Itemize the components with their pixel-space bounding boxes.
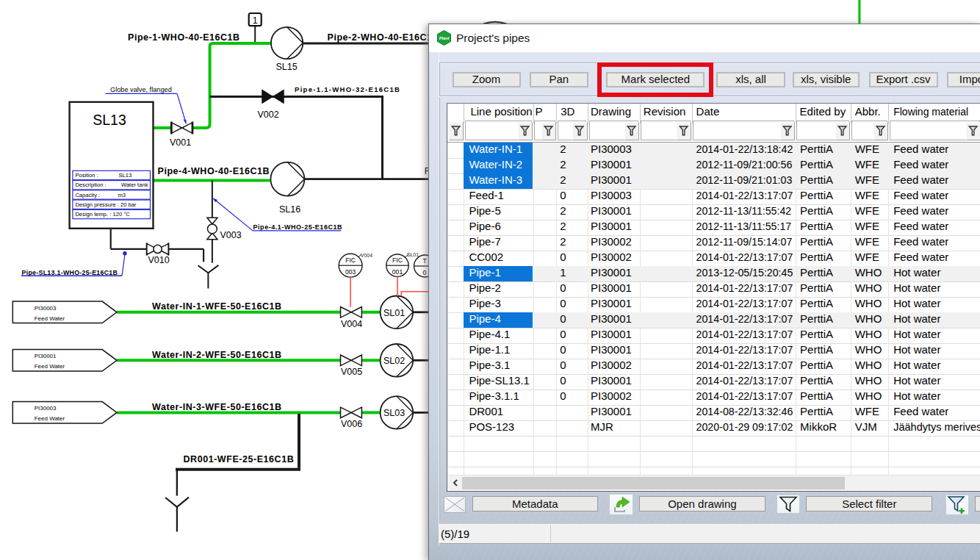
- svg-text:001: 001: [392, 268, 403, 276]
- svg-text:PI30003: PI30003: [35, 305, 57, 312]
- svg-text:V004: V004: [341, 319, 362, 329]
- svg-text:SL16: SL16: [279, 204, 300, 215]
- svg-text:0: 0: [423, 269, 427, 276]
- svg-text:Pipe-4-WHO-40-E16C1B: Pipe-4-WHO-40-E16C1B: [158, 166, 270, 176]
- svg-text:SL01: SL01: [383, 308, 405, 318]
- svg-text:Water-IN-3-WFE-50-E16C1B: Water-IN-3-WFE-50-E16C1B: [152, 402, 282, 412]
- svg-text:Capacity :: Capacity :: [75, 192, 100, 198]
- svg-text:Pipe-2-WHO-40-E16C1B: Pipe-2-WHO-40-E16C1B: [328, 32, 440, 43]
- svg-text:Description :: Description :: [75, 182, 106, 188]
- svg-text:SL13: SL13: [119, 172, 132, 179]
- svg-text:Water tank: Water tank: [121, 182, 148, 188]
- svg-text:Water-IN-1-WFE-50-E16C1B: Water-IN-1-WFE-50-E16C1B: [152, 301, 282, 312]
- svg-text:Feed Water: Feed Water: [35, 415, 65, 422]
- svg-text:V004: V004: [361, 253, 372, 258]
- svg-text:SL03: SL03: [383, 408, 405, 418]
- svg-text:V002: V002: [258, 110, 279, 120]
- svg-text:Plant: Plant: [439, 36, 450, 40]
- svg-text:V003: V003: [220, 230, 242, 240]
- svg-text:DR001-WFE-25-E16C1B: DR001-WFE-25-E16C1B: [184, 454, 295, 464]
- svg-text:Feed Water: Feed Water: [35, 315, 65, 322]
- svg-text:Water-IN-2-WFE-50-E16C1B: Water-IN-2-WFE-50-E16C1B: [152, 350, 282, 360]
- svg-text:1: 1: [253, 15, 258, 26]
- svg-text:Globe valve, flanged: Globe valve, flanged: [110, 86, 172, 93]
- svg-text:Feed Water: Feed Water: [35, 363, 65, 370]
- svg-text:T: T: [422, 257, 427, 265]
- svg-text:V006: V006: [341, 419, 362, 429]
- svg-text:FIC: FIC: [345, 256, 356, 264]
- svg-text:FIC: FIC: [392, 256, 403, 264]
- svg-text:SL15: SL15: [276, 62, 298, 72]
- svg-text:V005: V005: [341, 367, 362, 377]
- svg-text:Pipe-1-WHO-40-E16C1B: Pipe-1-WHO-40-E16C1B: [128, 32, 240, 43]
- svg-text:V010: V010: [148, 255, 170, 265]
- svg-text:Design pressure : 20 bar: Design pressure : 20 bar: [75, 201, 137, 208]
- svg-text:Design temp. : 120 °C: Design temp. : 120 °C: [75, 211, 130, 218]
- svg-text:003: 003: [345, 268, 356, 276]
- svg-text:Pipe-1.1-WHO-32-E16C1B: Pipe-1.1-WHO-32-E16C1B: [295, 85, 400, 93]
- svg-text:m3: m3: [118, 192, 126, 198]
- svg-text:V001: V001: [170, 137, 191, 148]
- svg-text:SL13: SL13: [93, 112, 126, 128]
- svg-text:Pipe-SL13.1-WHO-25-E16C1B: Pipe-SL13.1-WHO-25-E16C1B: [22, 269, 118, 276]
- svg-text:SL02: SL02: [383, 356, 405, 366]
- svg-text:SL01: SL01: [407, 252, 419, 257]
- svg-text:Position :: Position :: [75, 172, 98, 179]
- svg-text:Pipe-4.1-WHO-25-E16C1B: Pipe-4.1-WHO-25-E16C1B: [253, 223, 343, 231]
- svg-text:PI30003: PI30003: [35, 405, 57, 412]
- svg-text:PI30001: PI30001: [35, 353, 57, 359]
